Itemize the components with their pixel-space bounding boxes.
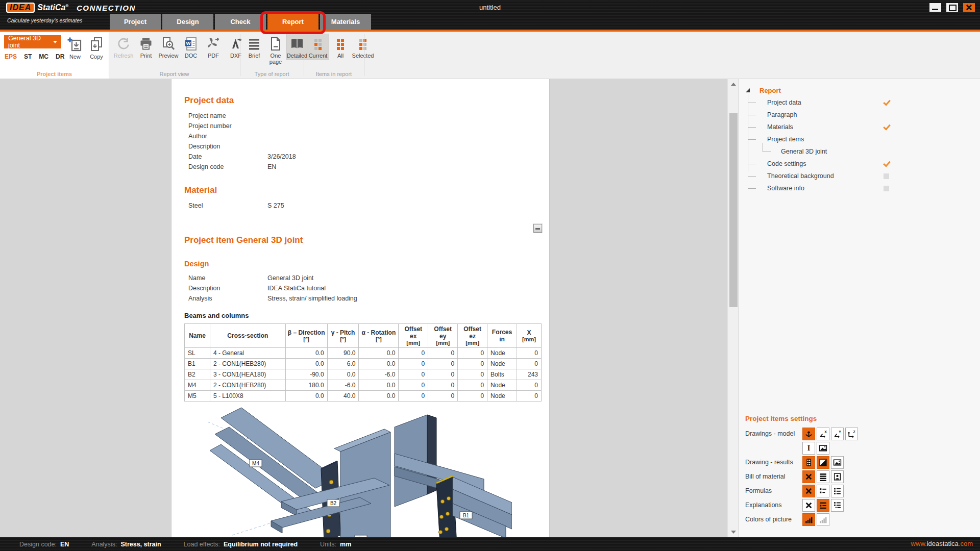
all-items-button[interactable]: All <box>329 34 352 60</box>
beams-table-title: Beams and columns <box>184 312 540 319</box>
detailed-report-button[interactable]: Detailed <box>286 34 308 60</box>
project-item-dropdown[interactable]: General 3D joint <box>4 35 61 48</box>
include-checkbox[interactable] <box>883 135 891 143</box>
main-tab[interactable]: Project <box>110 14 161 30</box>
main-tab[interactable]: Design <box>162 14 213 30</box>
table-header-cell: β – Direction[°] <box>285 324 327 348</box>
tree-item[interactable]: General 3D joint <box>739 145 980 158</box>
print-button[interactable]: Print <box>135 34 157 60</box>
axes-3d-icon[interactable] <box>802 428 815 440</box>
close-button[interactable] <box>963 3 975 12</box>
maximize-button[interactable] <box>946 3 958 12</box>
new-document-icon <box>67 37 83 52</box>
cell-forces-in: Bolts <box>487 369 517 380</box>
axes-x-icon[interactable]: X <box>817 428 829 440</box>
main-tab[interactable]: Check <box>215 14 266 30</box>
collapse-section-button[interactable] <box>533 224 542 233</box>
main-tab[interactable]: Materials <box>320 14 371 30</box>
cell-direction: 0.0 <box>285 348 327 359</box>
cell-rotation: -6.0 <box>359 369 399 380</box>
window-controls <box>929 3 975 12</box>
field-row: Description IDEA StatiCa tutorial <box>184 283 540 293</box>
website-link[interactable]: www.ideastatica.com <box>911 540 973 547</box>
project-items-settings: Project items settings Drawings - model <box>745 415 975 528</box>
open-book-icon <box>290 37 304 51</box>
bars-colored-icon[interactable] <box>802 513 815 526</box>
mode-toggle[interactable]: EPS <box>5 53 17 60</box>
preview-button[interactable]: Preview <box>157 34 180 60</box>
none-x-icon[interactable] <box>802 499 815 512</box>
table-header-cell: Forces in <box>487 324 517 348</box>
axes-z-icon[interactable]: Z <box>845 428 858 440</box>
vertical-scrollbar[interactable] <box>727 79 739 537</box>
one-page-report-button[interactable]: One page <box>265 34 286 66</box>
tree-item[interactable]: Project items <box>739 133 980 145</box>
cell-offset-ey: 0 <box>428 380 458 391</box>
include-checkbox[interactable] <box>883 123 891 131</box>
cell-offset-ex: 0 <box>399 380 428 391</box>
copy-item-button[interactable]: Copy <box>86 34 107 61</box>
mode-toggle[interactable]: MC <box>39 53 48 60</box>
picture-icon[interactable] <box>831 456 844 469</box>
tree-item[interactable]: Theoretical background <box>739 170 980 182</box>
svg-text:M4: M4 <box>252 461 259 466</box>
tree-root-report[interactable]: Report <box>739 84 980 96</box>
selected-items-button[interactable]: Selected <box>352 34 374 60</box>
refresh-button[interactable]: Refresh <box>112 34 135 60</box>
minimize-button[interactable] <box>929 3 941 12</box>
field-row: Design code EN <box>184 162 540 172</box>
status-value: Equilibrium not required <box>224 541 298 548</box>
brief-report-button[interactable]: Brief <box>243 34 265 60</box>
tree-item[interactable]: Software info <box>739 182 980 194</box>
include-checkbox[interactable] <box>883 160 891 168</box>
none-x-icon[interactable] <box>802 470 815 483</box>
field-row: Project name <box>184 111 540 121</box>
picture-icon[interactable] <box>817 442 829 455</box>
include-checkbox[interactable] <box>883 184 891 192</box>
new-item-button[interactable]: New <box>64 34 86 61</box>
dxf-icon <box>229 37 243 51</box>
explained-icon[interactable] <box>817 499 829 512</box>
tree-item[interactable]: Paragraph <box>739 109 980 121</box>
bars-gray-icon[interactable] <box>817 513 829 526</box>
tree-item-label: Project data <box>767 99 801 106</box>
main-tab[interactable]: Report <box>267 14 318 30</box>
include-checkbox[interactable] <box>883 172 891 180</box>
svg-text:Y: Y <box>839 430 841 434</box>
axes-y-icon[interactable]: Y <box>831 428 844 440</box>
diagonal-fill-icon[interactable] <box>817 456 829 469</box>
portrait-icon[interactable] <box>831 470 844 483</box>
refresh-icon <box>116 37 131 51</box>
formula-brief-icon[interactable] <box>817 485 829 497</box>
tree-item[interactable]: Materials <box>739 121 980 133</box>
tree-item[interactable]: Code settings <box>739 158 980 170</box>
settings-row-formulas: Formulas <box>745 485 975 497</box>
pdf-icon <box>206 37 220 51</box>
scrollbar-thumb[interactable] <box>729 113 738 307</box>
tree-item-label: Software info <box>767 185 804 192</box>
cell-x: 0 <box>517 380 542 391</box>
mode-toggle[interactable]: DR <box>56 53 64 60</box>
include-checkbox[interactable] <box>883 111 891 119</box>
brief-lines-icon <box>247 37 261 51</box>
field-label: Design code <box>184 163 267 170</box>
current-items-button[interactable]: Current <box>307 34 329 60</box>
mode-toggle[interactable]: ST <box>24 53 32 60</box>
section-symbol-icon[interactable]: I <box>802 442 815 455</box>
export-doc-button[interactable]: W DOC <box>180 34 202 60</box>
formula-list-icon[interactable] <box>831 485 844 497</box>
lines-icon[interactable] <box>817 470 829 483</box>
explained-list-icon[interactable] <box>831 499 844 512</box>
include-checkbox[interactable] <box>883 147 891 156</box>
include-checkbox[interactable] <box>883 98 891 107</box>
svg-text:W: W <box>186 40 191 46</box>
scroll-down-button[interactable] <box>728 527 739 537</box>
cell-name: M5 <box>185 391 210 402</box>
export-pdf-button[interactable]: PDF <box>202 34 225 60</box>
tree-item[interactable]: Project data <box>739 96 980 109</box>
none-x-icon[interactable] <box>802 485 815 497</box>
expander-expanded-icon[interactable] <box>746 88 750 92</box>
scroll-up-button[interactable] <box>728 79 739 89</box>
traffic-light-icon[interactable] <box>802 456 815 469</box>
cell-x: 243 <box>517 369 542 380</box>
